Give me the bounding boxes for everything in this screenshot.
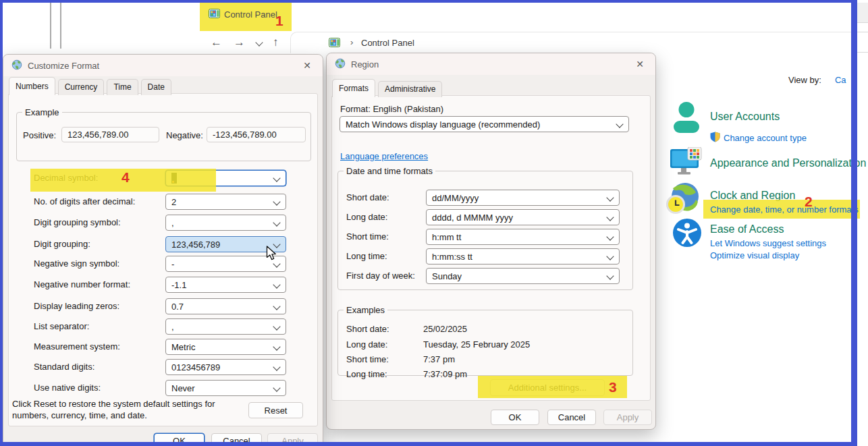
customize-tab-currency[interactable]: Currency — [58, 79, 105, 95]
ok-button[interactable]: OK — [154, 433, 205, 446]
view-by-label: View by: — [788, 75, 821, 85]
reset-button[interactable]: Reset — [248, 402, 303, 418]
category-title-clock-and-region[interactable]: Clock and Region — [710, 190, 795, 202]
format-label: Format: English (Pakistan) — [340, 104, 443, 114]
language-preferences-link[interactable]: Language preferences — [340, 151, 428, 161]
view-by-value[interactable]: Ca — [835, 75, 846, 85]
background-window-edge — [60, 3, 61, 49]
positive-example-field: 123,456,789.00 — [61, 127, 159, 142]
list-separator-combo[interactable]: , — [165, 318, 286, 335]
region-tab-formats[interactable]: Formats — [332, 79, 375, 97]
category-link[interactable]: Let Windows suggest settings — [710, 238, 826, 248]
combo-value: h:mm:ss tt — [432, 252, 472, 262]
customize-titlebar: Customize Format — [3, 55, 323, 76]
background-block — [857, 3, 868, 22]
ok-button[interactable]: OK — [491, 410, 539, 425]
control-panel-icon — [329, 38, 340, 50]
category-link[interactable]: Optimize visual display — [710, 250, 799, 260]
cancel-button[interactable]: Cancel — [211, 433, 262, 446]
digits-after-decimal-combo[interactable]: 2 — [165, 194, 286, 210]
datetime-format-combo[interactable]: h:mm:ss tt — [426, 248, 620, 264]
field-label: Long time: — [346, 251, 387, 261]
chevron-down-icon — [606, 233, 614, 240]
close-icon[interactable] — [626, 53, 654, 75]
use-native-digits-combo[interactable]: Never — [165, 380, 286, 396]
category-title-ease-of-access[interactable]: Ease of Access — [710, 223, 784, 235]
combo-value: -1.1 — [171, 280, 186, 290]
additional-settings-button[interactable]: Additional settings... — [490, 379, 605, 396]
datetime-format-combo[interactable]: h:mm tt — [426, 229, 620, 245]
customize-tab-numbers[interactable]: Numbers — [9, 77, 55, 95]
ease-access-icon[interactable] — [673, 219, 701, 250]
apply-button[interactable]: Apply — [603, 410, 652, 425]
globe-icon — [335, 58, 346, 71]
back-arrow-icon[interactable]: ← — [211, 36, 222, 49]
category-link[interactable]: Change date, time, or number formats — [710, 204, 859, 215]
close-icon[interactable] — [293, 55, 321, 76]
region-tab-administrative[interactable]: Administrative — [378, 81, 442, 97]
digit-grouping-symbol-combo[interactable]: , — [165, 215, 286, 231]
reset-note: Click Reset to restore the system defaul… — [12, 399, 245, 421]
breadcrumb[interactable]: Control Panel — [361, 38, 414, 48]
format-combo[interactable]: Match Windows display language (recommen… — [340, 116, 629, 132]
combo-value: , — [171, 322, 174, 332]
combo-value: - — [171, 259, 174, 269]
up-arrow-icon[interactable]: ↑ — [273, 36, 279, 49]
appearance-icon[interactable] — [670, 147, 703, 178]
chevron-down-icon — [273, 219, 280, 226]
chevron-down-icon — [606, 194, 614, 201]
combo-value: h:mm tt — [432, 232, 461, 242]
datetime-format-combo[interactable]: Sunday — [426, 268, 620, 284]
display-leading-zeros-combo[interactable]: 0.7 — [165, 298, 286, 314]
mouse-cursor — [266, 246, 278, 264]
datetime-formats-group: Date and time formats Short date:dd/MM/y… — [337, 166, 633, 290]
category-link-label: Optimize visual display — [710, 250, 799, 260]
chevron-down-icon — [273, 198, 280, 205]
customize-tab-time[interactable]: Time — [107, 79, 138, 95]
chevron-down-icon — [606, 252, 614, 260]
measurement-system-combo[interactable]: Metric — [165, 339, 286, 355]
customize-tab-date[interactable]: Date — [141, 79, 171, 95]
annotation-badge-1: 1 — [275, 13, 283, 28]
field-label: Digit grouping symbol: — [34, 217, 121, 227]
apply-button[interactable]: Apply — [267, 433, 318, 446]
cancel-button[interactable]: Cancel — [547, 410, 596, 425]
combo-value: Sunday — [432, 271, 462, 281]
category-link[interactable]: Change account type — [710, 132, 807, 144]
field-label: Display leading zeros: — [34, 301, 119, 311]
examples-group: Examples Short date:25/02/2025Long date:… — [337, 305, 633, 376]
text-cursor-dot — [172, 181, 174, 183]
standard-digits-combo[interactable]: 0123456789 — [165, 359, 286, 375]
negative-example-value: -123,456,789.00 — [213, 130, 277, 140]
combo-value: Never — [171, 383, 195, 393]
field-label: Standard digits: — [34, 362, 94, 372]
annotation-badge-2: 2 — [805, 194, 813, 208]
field-label: Decimal symbol: — [34, 173, 98, 183]
datetime-format-combo[interactable]: dddd, d MMMM yyyy — [426, 209, 620, 225]
decimal-symbol-combo[interactable] — [165, 170, 286, 186]
negative-number-format-combo[interactable]: -1.1 — [165, 277, 286, 293]
chevron-down-icon — [273, 343, 280, 350]
combo-value: Metric — [171, 342, 195, 352]
clock-region-icon[interactable] — [666, 182, 701, 217]
forward-arrow-icon[interactable]: → — [234, 36, 245, 49]
globe-icon — [11, 59, 22, 72]
chevron-down-icon — [273, 302, 280, 310]
example-label: Long date: — [346, 339, 387, 350]
field-label: Long date: — [346, 212, 387, 222]
negative-label: Negative: — [166, 130, 203, 140]
region-dialog: Region FormatsAdministrative Format: Eng… — [326, 53, 656, 430]
category-title-appearance-and-personalization[interactable]: Appearance and Personalization — [710, 157, 866, 169]
datetime-format-combo[interactable]: dd/MM/yyyy — [426, 190, 620, 206]
explorer-tab-control-panel[interactable]: Control Panel — [224, 9, 277, 20]
field-label: Digit grouping: — [34, 239, 90, 249]
breadcrumb-chevron-icon — [350, 37, 353, 47]
example-label: Short time: — [346, 354, 389, 364]
recent-locations-chevron-icon[interactable] — [255, 38, 263, 46]
user-accounts-icon[interactable] — [672, 101, 701, 136]
field-label: List separator: — [34, 321, 89, 331]
category-title-user-accounts[interactable]: User Accounts — [710, 111, 780, 123]
positive-label: Positive: — [23, 130, 56, 140]
chevron-down-icon — [273, 281, 280, 288]
screenshot-stage: Control Panel 1 ← → ↑ Control Panel View… — [0, 0, 868, 446]
